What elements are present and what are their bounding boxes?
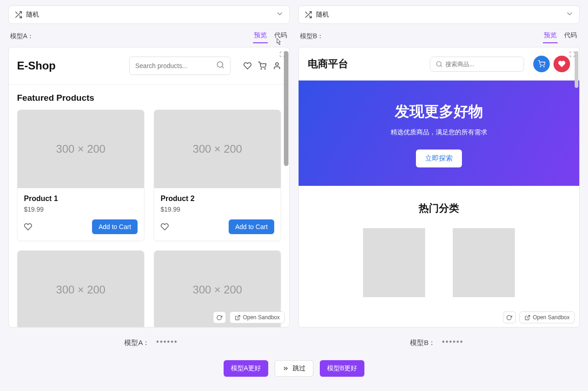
search-input[interactable] — [430, 57, 524, 72]
search-input[interactable] — [129, 57, 231, 75]
open-sandbox-label: Open Sandbox — [243, 314, 280, 321]
product-price: $19.99 — [24, 206, 138, 213]
open-sandbox-label: Open Sandbox — [533, 314, 570, 321]
external-icon — [235, 315, 241, 321]
cart-button[interactable] — [533, 56, 550, 72]
add-to-cart-button[interactable]: Add to Cart — [229, 219, 274, 234]
preview-panel-a: E-Shop Featured Products 300 × 200 — [8, 47, 290, 328]
chevron-down-icon — [565, 10, 574, 20]
categories-title: 热门分类 — [308, 201, 570, 215]
refresh-button[interactable] — [503, 311, 516, 323]
wishlist-toggle[interactable] — [24, 223, 32, 231]
vote-b-better-button[interactable]: 模型B更好 — [320, 360, 364, 377]
shuffle-icon — [304, 11, 312, 19]
user-icon[interactable] — [273, 62, 281, 70]
hero-cta-button[interactable]: 立即探索 — [416, 150, 462, 167]
product-image-placeholder: 300 × 200 — [17, 110, 144, 188]
product-card[interactable]: 300 × 200 Product 1 $19.99 Add to Cart — [17, 109, 144, 241]
preview-panel-b: 电商平台 发现更多好物 精选优质商品，满足您的所有需求 立即探索 热门分类 — [298, 47, 580, 328]
cart-icon[interactable] — [258, 62, 266, 70]
model-selector-a[interactable]: 随机 — [8, 6, 290, 24]
footer-model-a: 模型A： ****** — [8, 339, 294, 347]
wishlist-button[interactable] — [553, 56, 570, 72]
selector-label: 随机 — [26, 11, 276, 19]
open-sandbox-button[interactable]: Open Sandbox — [230, 311, 285, 323]
shop-logo: E-Shop — [17, 59, 56, 72]
product-card[interactable]: 300 × 200 Product 2 $19.99 Add to Cart — [154, 109, 281, 241]
chevron-down-icon — [276, 10, 284, 20]
product-card[interactable]: 300 × 200 — [17, 250, 144, 327]
shop-logo: 电商平台 — [308, 57, 348, 71]
hero-title: 发现更多好物 — [308, 102, 570, 122]
model-a-label: 模型A： — [10, 32, 253, 40]
product-image-placeholder: 300 × 200 — [17, 251, 144, 327]
shuffle-icon — [14, 11, 23, 19]
search-icon — [436, 61, 443, 68]
product-name: Product 2 — [161, 195, 274, 203]
refresh-button[interactable] — [213, 311, 226, 323]
vote-skip-button[interactable]: 跳过 — [275, 360, 313, 377]
wishlist-toggle[interactable] — [161, 223, 169, 231]
hero-subtitle: 精选优质商品，满足您的所有需求 — [308, 128, 570, 137]
section-title: Featured Products — [17, 93, 281, 103]
model-b-label: 模型B： — [300, 32, 543, 40]
wishlist-icon[interactable] — [243, 62, 252, 70]
search-field[interactable] — [135, 62, 216, 69]
expand-icon[interactable] — [569, 51, 576, 59]
tab-code-b[interactable]: 代码 — [563, 29, 578, 43]
model-selector-b[interactable]: 随机 — [298, 6, 580, 24]
skip-label: 跳过 — [293, 364, 306, 373]
search-icon — [216, 61, 225, 71]
tab-preview-a[interactable]: 预览 — [253, 29, 268, 43]
skip-icon — [282, 365, 289, 372]
expand-icon[interactable] — [279, 51, 286, 59]
open-sandbox-button[interactable]: Open Sandbox — [519, 311, 575, 323]
external-icon — [525, 315, 530, 321]
scrollbar[interactable] — [284, 51, 288, 166]
vote-a-better-button[interactable]: 模型A更好 — [224, 360, 268, 377]
product-name: Product 1 — [24, 195, 138, 203]
tab-code-a[interactable]: 代码 — [273, 29, 288, 43]
hero-banner: 发现更多好物 精选优质商品，满足您的所有需求 立即探索 — [299, 80, 579, 186]
add-to-cart-button[interactable]: Add to Cart — [92, 219, 138, 234]
category-card[interactable] — [453, 228, 515, 297]
product-image-placeholder: 300 × 200 — [154, 110, 281, 188]
category-card[interactable] — [363, 228, 425, 297]
footer-model-b: 模型B： ****** — [294, 339, 580, 347]
selector-label: 随机 — [316, 11, 565, 19]
search-field[interactable] — [445, 61, 523, 68]
tab-preview-b[interactable]: 预览 — [543, 29, 558, 43]
product-price: $19.99 — [161, 206, 274, 213]
